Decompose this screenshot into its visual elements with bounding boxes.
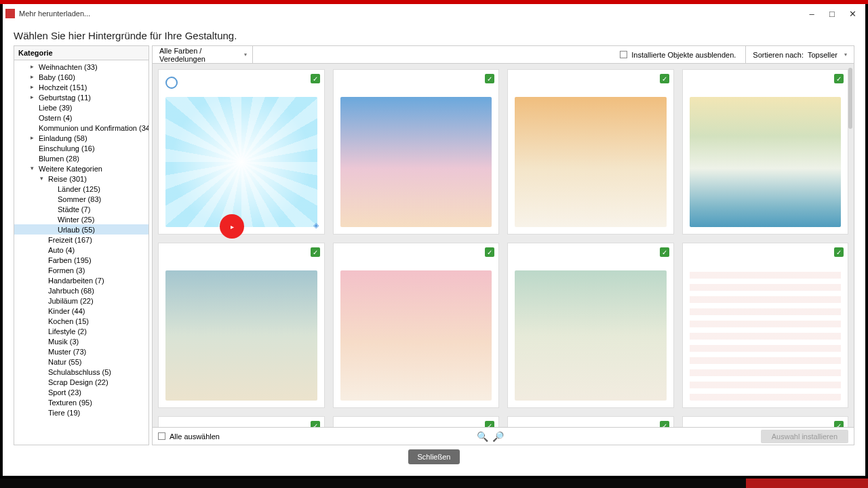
category-item[interactable]: Freizeit (167) [14, 235, 149, 245]
thumbnail-image [340, 97, 492, 227]
thumbnail-card[interactable]: ✓ [158, 243, 325, 408]
thumbnail-image [690, 97, 842, 227]
category-item[interactable]: Ostern (4) [14, 113, 149, 123]
installed-check-icon: ✓ [485, 74, 494, 83]
category-item[interactable]: Liebe (39) [14, 102, 149, 113]
thumbnail-image [165, 270, 317, 401]
minimize-button[interactable]: – [802, 7, 822, 20]
thumbnail-card[interactable]: ✓ [507, 69, 674, 235]
zoom-out-icon[interactable]: 🔍 [477, 431, 488, 442]
maximize-button[interactable]: □ [822, 7, 842, 20]
thumbnail-image [690, 270, 842, 401]
close-window-button[interactable]: ✕ [842, 7, 863, 20]
category-item[interactable]: Muster (73) [14, 346, 149, 357]
category-item[interactable]: Formen (3) [14, 265, 149, 275]
window-title: Mehr herunterladen... [19, 9, 802, 18]
category-item[interactable]: Weitere Kategorien [14, 163, 149, 174]
checkbox-icon [620, 51, 627, 58]
hide-installed-checkbox[interactable]: Installierte Objekte ausblenden. [610, 51, 745, 59]
category-item[interactable]: Einladung (58) [14, 133, 149, 143]
thumbnail-card[interactable]: ✓ [507, 243, 674, 408]
thumbnail-image [515, 97, 667, 227]
category-item[interactable]: Jubiläum (22) [14, 296, 149, 306]
category-item[interactable]: Weihnachten (33) [14, 62, 149, 72]
installed-check-icon: ✓ [834, 421, 844, 428]
category-item[interactable]: Baby (160) [14, 72, 149, 82]
installed-check-icon: ✓ [311, 421, 320, 428]
select-all-label: Alle auswählen [170, 432, 220, 441]
thumbnail-grid-wrap: ✓◈✓✓✓✓✓✓✓✓✓✓✓ [152, 63, 854, 428]
category-item[interactable]: Kinder (44) [14, 306, 149, 316]
install-selection-button[interactable]: Auswahl installieren [761, 430, 848, 443]
installed-check-icon: ✓ [660, 247, 669, 257]
category-item[interactable]: Handarbeiten (7) [14, 275, 149, 285]
category-item[interactable]: Scrap Design (22) [14, 377, 149, 387]
zoom-in-icon[interactable]: 🔎 [492, 431, 504, 442]
installed-check-icon: ✓ [660, 74, 669, 83]
thumbnail-grid: ✓◈✓✓✓✓✓✓✓✓✓✓✓ [158, 69, 848, 422]
app-icon [5, 9, 15, 18]
color-filter-dropdown[interactable]: Alle Farben / Veredelungen [153, 46, 253, 63]
thumbnail-card[interactable]: ✓ [158, 416, 325, 428]
category-item[interactable]: Einschulung (16) [14, 143, 149, 153]
thumbnail-image [515, 270, 667, 401]
category-item[interactable]: Städte (7) [14, 204, 149, 214]
premium-diamond-icon: ◈ [313, 221, 319, 230]
thumbnail-card[interactable]: ✓ [682, 243, 849, 408]
category-item[interactable]: Schulabschluss (5) [14, 367, 149, 377]
tray-strip [746, 479, 868, 488]
installed-check-icon: ✓ [660, 421, 669, 428]
category-item[interactable]: Hochzeit (151) [14, 82, 149, 92]
taskbar [0, 479, 868, 488]
category-item[interactable]: Winter (25) [14, 214, 149, 224]
thumbnail-image [165, 97, 317, 227]
titlebar: Mehr herunterladen... – □ ✕ [3, 4, 865, 23]
category-tree: Weihnachten (33)Baby (160)Hochzeit (151)… [14, 60, 149, 419]
installed-check-icon: ✓ [485, 247, 494, 257]
thumbnail-card[interactable]: ✓ [507, 416, 674, 428]
category-sidebar: Kategorie Weihnachten (33)Baby (160)Hoch… [14, 45, 149, 445]
category-item[interactable]: Sommer (83) [14, 194, 149, 204]
category-item[interactable]: Geburtstag (11) [14, 92, 149, 102]
thumbnail-card[interactable]: ✓ [682, 69, 849, 235]
category-item[interactable]: Blumen (28) [14, 153, 149, 163]
category-item[interactable]: Reise (301) [14, 174, 149, 184]
category-item[interactable]: Natur (55) [14, 357, 149, 367]
hide-installed-label: Installierte Objekte ausblenden. [631, 51, 736, 59]
category-item[interactable]: Musik (3) [14, 336, 149, 346]
cursor-marker [220, 214, 244, 239]
category-item[interactable]: Sport (23) [14, 387, 149, 397]
installed-check-icon: ✓ [311, 74, 320, 83]
category-item[interactable]: Länder (125) [14, 184, 149, 194]
select-circle-icon[interactable] [165, 77, 178, 89]
installed-check-icon: ✓ [485, 421, 494, 428]
category-item[interactable]: Kochen (15) [14, 316, 149, 326]
category-item[interactable]: Jahrbuch (68) [14, 285, 149, 296]
sort-value: Topseller [808, 51, 837, 59]
installed-check-icon: ✓ [834, 74, 844, 83]
category-item[interactable]: Texturen (95) [14, 397, 149, 407]
sidebar-title: Kategorie [14, 46, 149, 60]
thumbnail-card[interactable]: ✓ [682, 416, 849, 428]
category-item[interactable]: Tiere (19) [14, 407, 149, 418]
thumbnail-card[interactable]: ✓ [333, 243, 500, 408]
close-dialog-button[interactable]: Schließen [408, 449, 460, 464]
category-item[interactable]: Urlaub (55) [14, 224, 149, 235]
toolbar: Alle Farben / Veredelungen Installierte … [152, 45, 854, 63]
thumbnail-card[interactable]: ✓ [333, 69, 500, 235]
category-item[interactable]: Farben (195) [14, 255, 149, 265]
category-item[interactable]: Lifestyle (2) [14, 326, 149, 336]
thumbnail-image [340, 270, 492, 401]
checkbox-icon [158, 432, 165, 440]
thumbnail-card[interactable]: ✓◈ [158, 69, 325, 235]
installed-check-icon: ✓ [311, 247, 320, 257]
installed-check-icon: ✓ [834, 247, 844, 257]
category-item[interactable]: Auto (4) [14, 245, 149, 255]
grid-footer: Alle auswählen 🔍 🔎 Auswahl installieren [152, 428, 854, 445]
thumbnail-card[interactable]: ✓ [333, 416, 500, 428]
select-all-checkbox[interactable]: Alle auswählen [158, 432, 220, 441]
sort-dropdown[interactable]: Topseller [808, 51, 847, 59]
page-instruction: Wählen Sie hier Hintergründe für Ihre Ge… [3, 23, 865, 45]
sort-label: Sortieren nach: [753, 51, 804, 59]
category-item[interactable]: Kommunion und Konfirmation (34) [14, 123, 149, 133]
